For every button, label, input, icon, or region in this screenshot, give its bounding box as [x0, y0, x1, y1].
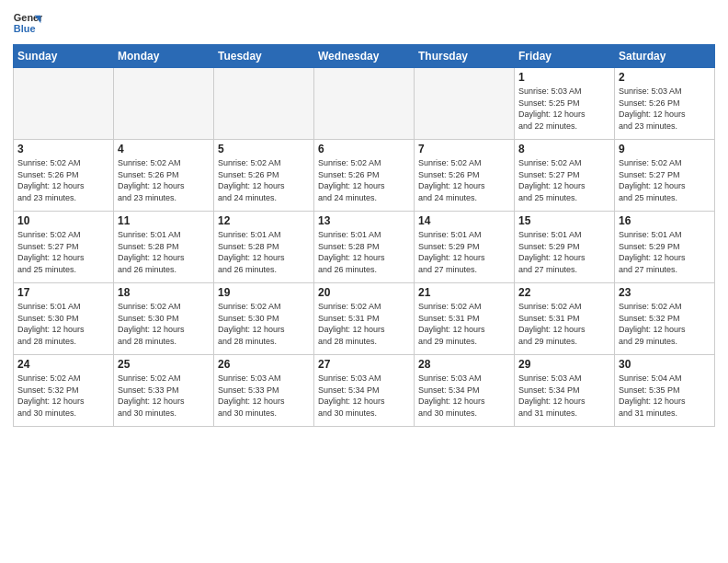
calendar-cell: 17Sunrise: 5:01 AMSunset: 5:30 PMDayligh… [14, 283, 114, 355]
day-info: Sunrise: 5:01 AMSunset: 5:29 PMDaylight:… [518, 229, 610, 275]
calendar-cell: 4Sunrise: 5:02 AMSunset: 5:26 PMDaylight… [114, 140, 214, 212]
day-info: Sunrise: 5:03 AMSunset: 5:26 PMDaylight:… [619, 86, 711, 132]
day-info: Sunrise: 5:02 AMSunset: 5:26 PMDaylight:… [17, 157, 109, 203]
day-info: Sunrise: 5:02 AMSunset: 5:26 PMDaylight:… [218, 157, 310, 203]
calendar-cell: 13Sunrise: 5:01 AMSunset: 5:28 PMDayligh… [314, 212, 415, 283]
weekday-header-wednesday: Wednesday [314, 45, 415, 68]
calendar-cell: 11Sunrise: 5:01 AMSunset: 5:28 PMDayligh… [114, 212, 214, 283]
day-info: Sunrise: 5:01 AMSunset: 5:30 PMDaylight:… [17, 301, 109, 347]
day-number: 26 [218, 358, 310, 371]
day-number: 22 [518, 286, 610, 299]
day-info: Sunrise: 5:01 AMSunset: 5:29 PMDaylight:… [619, 229, 711, 275]
day-number: 4 [118, 143, 210, 155]
calendar-cell: 29Sunrise: 5:03 AMSunset: 5:34 PMDayligh… [515, 355, 615, 427]
day-number: 10 [17, 214, 109, 227]
calendar-cell [214, 68, 314, 140]
calendar-cell [314, 68, 415, 140]
day-number: 7 [418, 143, 510, 155]
day-number: 15 [518, 214, 610, 227]
calendar-week-5: 24Sunrise: 5:02 AMSunset: 5:32 PMDayligh… [14, 355, 715, 427]
header: General Blue [13, 9, 715, 39]
day-number: 29 [518, 358, 610, 371]
calendar-week-2: 3Sunrise: 5:02 AMSunset: 5:26 PMDaylight… [14, 140, 715, 212]
weekday-header-row: SundayMondayTuesdayWednesdayThursdayFrid… [14, 45, 715, 68]
calendar-cell: 9Sunrise: 5:02 AMSunset: 5:27 PMDaylight… [615, 140, 715, 212]
day-number: 20 [318, 286, 410, 299]
calendar-week-1: 1Sunrise: 5:03 AMSunset: 5:25 PMDaylight… [14, 68, 715, 140]
day-number: 17 [17, 286, 109, 299]
day-info: Sunrise: 5:02 AMSunset: 5:27 PMDaylight:… [619, 157, 711, 203]
day-number: 9 [619, 143, 711, 155]
weekday-header-friday: Friday [515, 45, 615, 68]
day-number: 27 [318, 358, 410, 371]
calendar-cell: 7Sunrise: 5:02 AMSunset: 5:26 PMDaylight… [415, 140, 515, 212]
day-info: Sunrise: 5:02 AMSunset: 5:26 PMDaylight:… [318, 157, 410, 203]
calendar-cell: 27Sunrise: 5:03 AMSunset: 5:34 PMDayligh… [314, 355, 415, 427]
day-number: 18 [118, 286, 210, 299]
calendar-cell: 30Sunrise: 5:04 AMSunset: 5:35 PMDayligh… [615, 355, 715, 427]
day-number: 6 [318, 143, 410, 155]
calendar-cell [415, 68, 515, 140]
day-number: 25 [118, 358, 210, 371]
calendar-cell: 12Sunrise: 5:01 AMSunset: 5:28 PMDayligh… [214, 212, 314, 283]
weekday-header-tuesday: Tuesday [214, 45, 314, 68]
day-number: 5 [218, 143, 310, 155]
calendar-table: SundayMondayTuesdayWednesdayThursdayFrid… [13, 44, 715, 427]
calendar-cell: 25Sunrise: 5:02 AMSunset: 5:33 PMDayligh… [114, 355, 214, 427]
calendar-cell: 16Sunrise: 5:01 AMSunset: 5:29 PMDayligh… [615, 212, 715, 283]
day-number: 24 [17, 358, 109, 371]
weekday-header-monday: Monday [114, 45, 214, 68]
day-info: Sunrise: 5:02 AMSunset: 5:27 PMDaylight:… [518, 157, 610, 203]
day-number: 8 [518, 143, 610, 155]
calendar-cell: 19Sunrise: 5:02 AMSunset: 5:30 PMDayligh… [214, 283, 314, 355]
day-number: 2 [619, 71, 711, 84]
day-info: Sunrise: 5:03 AMSunset: 5:34 PMDaylight:… [418, 373, 510, 419]
day-number: 12 [218, 214, 310, 227]
day-number: 30 [619, 358, 711, 371]
calendar-cell: 22Sunrise: 5:02 AMSunset: 5:31 PMDayligh… [515, 283, 615, 355]
calendar-cell: 8Sunrise: 5:02 AMSunset: 5:27 PMDaylight… [515, 140, 615, 212]
day-info: Sunrise: 5:01 AMSunset: 5:28 PMDaylight:… [318, 229, 410, 275]
day-info: Sunrise: 5:03 AMSunset: 5:25 PMDaylight:… [518, 86, 610, 132]
calendar-cell: 1Sunrise: 5:03 AMSunset: 5:25 PMDaylight… [515, 68, 615, 140]
svg-text:Blue: Blue [14, 23, 36, 34]
logo-icon: General Blue [13, 9, 42, 39]
day-info: Sunrise: 5:03 AMSunset: 5:33 PMDaylight:… [218, 373, 310, 419]
day-number: 1 [518, 71, 610, 84]
calendar-cell: 18Sunrise: 5:02 AMSunset: 5:30 PMDayligh… [114, 283, 214, 355]
day-info: Sunrise: 5:02 AMSunset: 5:32 PMDaylight:… [619, 301, 711, 347]
day-number: 14 [418, 214, 510, 227]
day-info: Sunrise: 5:02 AMSunset: 5:26 PMDaylight:… [118, 157, 210, 203]
day-number: 21 [418, 286, 510, 299]
weekday-header-thursday: Thursday [415, 45, 515, 68]
day-number: 23 [619, 286, 711, 299]
calendar-cell: 3Sunrise: 5:02 AMSunset: 5:26 PMDaylight… [14, 140, 114, 212]
day-number: 28 [418, 358, 510, 371]
calendar-cell: 10Sunrise: 5:02 AMSunset: 5:27 PMDayligh… [14, 212, 114, 283]
calendar-cell: 26Sunrise: 5:03 AMSunset: 5:33 PMDayligh… [214, 355, 314, 427]
day-info: Sunrise: 5:01 AMSunset: 5:28 PMDaylight:… [118, 229, 210, 275]
day-number: 11 [118, 214, 210, 227]
page: General Blue SundayMondayTuesdayWednesda… [0, 0, 728, 563]
calendar-week-4: 17Sunrise: 5:01 AMSunset: 5:30 PMDayligh… [14, 283, 715, 355]
day-info: Sunrise: 5:01 AMSunset: 5:28 PMDaylight:… [218, 229, 310, 275]
day-number: 19 [218, 286, 310, 299]
day-info: Sunrise: 5:02 AMSunset: 5:27 PMDaylight:… [17, 229, 109, 275]
day-info: Sunrise: 5:02 AMSunset: 5:31 PMDaylight:… [518, 301, 610, 347]
calendar-cell: 23Sunrise: 5:02 AMSunset: 5:32 PMDayligh… [615, 283, 715, 355]
calendar-cell: 2Sunrise: 5:03 AMSunset: 5:26 PMDaylight… [615, 68, 715, 140]
calendar-cell: 15Sunrise: 5:01 AMSunset: 5:29 PMDayligh… [515, 212, 615, 283]
calendar-cell: 24Sunrise: 5:02 AMSunset: 5:32 PMDayligh… [14, 355, 114, 427]
logo: General Blue [13, 9, 46, 39]
calendar-cell [114, 68, 214, 140]
day-info: Sunrise: 5:02 AMSunset: 5:26 PMDaylight:… [418, 157, 510, 203]
weekday-header-sunday: Sunday [14, 45, 114, 68]
calendar-cell [14, 68, 114, 140]
calendar-cell: 21Sunrise: 5:02 AMSunset: 5:31 PMDayligh… [415, 283, 515, 355]
day-info: Sunrise: 5:02 AMSunset: 5:33 PMDaylight:… [118, 373, 210, 419]
day-info: Sunrise: 5:02 AMSunset: 5:30 PMDaylight:… [218, 301, 310, 347]
day-info: Sunrise: 5:02 AMSunset: 5:32 PMDaylight:… [17, 373, 109, 419]
day-info: Sunrise: 5:03 AMSunset: 5:34 PMDaylight:… [518, 373, 610, 419]
day-number: 13 [318, 214, 410, 227]
day-info: Sunrise: 5:02 AMSunset: 5:30 PMDaylight:… [118, 301, 210, 347]
